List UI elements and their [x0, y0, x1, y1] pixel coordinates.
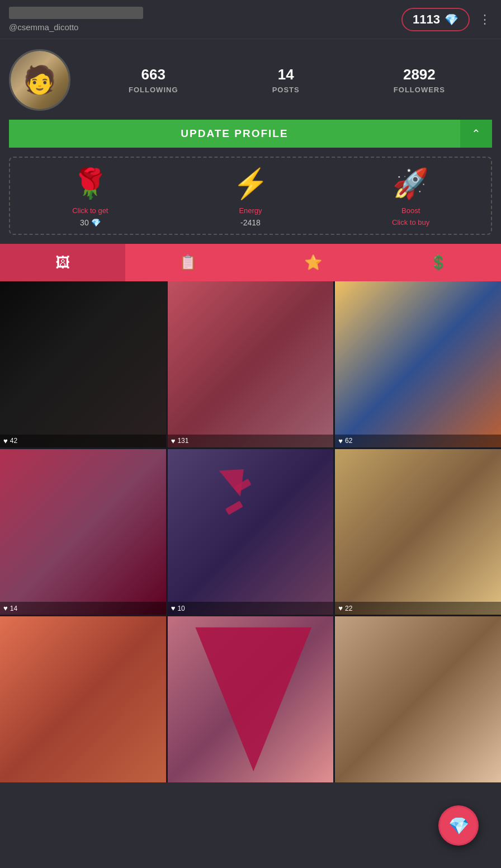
photo-cell[interactable]: ♥ 22	[335, 449, 501, 615]
energy-value: -2418	[240, 218, 261, 227]
photo-overlay: ♥ 131	[168, 435, 334, 447]
photo-cell[interactable]	[0, 616, 166, 782]
svg-rect-2	[225, 501, 243, 515]
update-profile-button[interactable]: UPDATE PROFILE	[9, 120, 460, 148]
svg-rect-1	[233, 478, 251, 493]
features-box: 🌹 Click to get 30 💎 ⚡ Energy -2418 🚀 Boo…	[9, 157, 492, 235]
photo-count: 10	[177, 605, 185, 612]
profile-section: 🧑 663 FOLLOWING 14 POSTS 2892 FOLLOWERS …	[0, 39, 501, 244]
followers-count: 2892	[403, 66, 436, 83]
heart-icon: ♥	[338, 437, 343, 445]
list-tab-icon: 📋	[179, 254, 197, 271]
tab-list[interactable]: 📋	[125, 244, 250, 281]
posts-count: 14	[278, 66, 294, 83]
photo-cell[interactable]: ♥ 62	[335, 281, 501, 447]
feature-boost[interactable]: 🚀 Boost Click to buy	[330, 167, 491, 227]
svg-marker-0	[219, 459, 254, 499]
bolt-icon: ⚡	[233, 167, 269, 201]
followers-label: FOLLOWERS	[394, 86, 445, 94]
photo-overlay: ♥ 14	[0, 602, 166, 615]
header: @csemma_dicotto 1113 💎 ⋮	[0, 0, 501, 39]
tab-photos[interactable]: 🖼	[0, 244, 125, 281]
stat-followers: 2892 FOLLOWERS	[394, 66, 445, 94]
photo-cell[interactable]: ♥ 14	[0, 449, 166, 615]
stat-following: 663 FOLLOWING	[129, 66, 178, 94]
header-right: 1113 💎 ⋮	[401, 8, 492, 31]
header-name-bar	[9, 7, 143, 19]
posts-label: POSTS	[272, 86, 300, 94]
feature-energy[interactable]: ⚡ Energy -2418	[171, 167, 331, 227]
photo-overlay: ♥ 42	[0, 435, 166, 447]
photo-count: 131	[177, 437, 188, 445]
boost-label: Boost	[401, 206, 420, 215]
tabs-row: 🖼 📋 ⭐ 💲	[0, 244, 501, 281]
fab-diamond-button[interactable]: 💎	[438, 805, 479, 846]
photo-count: 22	[345, 605, 352, 612]
boost-sub: Click to buy	[392, 218, 429, 227]
svg-marker-3	[195, 628, 311, 771]
following-count: 663	[141, 66, 166, 83]
photo-cell[interactable]: ♥ 131	[168, 281, 334, 447]
heart-icon: ♥	[3, 604, 8, 612]
photo-overlay: ♥ 10	[168, 602, 334, 615]
following-label: FOLLOWING	[129, 86, 178, 94]
photo-overlay: ♥ 62	[335, 435, 501, 447]
rocket-icon: 🚀	[393, 167, 429, 201]
heart-icon: ♥	[3, 437, 8, 445]
fab-diamond-icon: 💎	[448, 816, 469, 836]
photo-overlay: ♥ 22	[335, 602, 501, 615]
stat-posts: 14 POSTS	[272, 66, 300, 94]
photo-cell[interactable]	[335, 616, 501, 782]
heart-icon: ♥	[338, 604, 343, 612]
photo-cell[interactable]	[168, 616, 334, 782]
photos-grid: ♥ 42 ♥ 131 ♥ 62 ♥ 14 ♥ 10	[0, 281, 501, 782]
photo-cell[interactable]: ♥ 10	[168, 449, 334, 615]
photo-count: 14	[10, 605, 17, 612]
rose-value: 30 💎	[80, 218, 100, 227]
profile-top: 🧑 663 FOLLOWING 14 POSTS 2892 FOLLOWERS	[9, 49, 492, 111]
rose-label: Click to get	[72, 206, 108, 215]
diamond-badge[interactable]: 1113 💎	[401, 8, 470, 31]
stats-row: 663 FOLLOWING 14 POSTS 2892 FOLLOWERS	[82, 66, 492, 94]
diamond-icon: 💎	[445, 13, 459, 26]
heart-icon: ♥	[171, 604, 176, 612]
photo-count: 42	[10, 437, 17, 445]
energy-label: Energy	[239, 206, 262, 215]
photo-count: 62	[345, 437, 352, 445]
avatar-image: 🧑	[11, 51, 69, 109]
tab-favorites[interactable]: ⭐	[250, 244, 376, 281]
coin-tab-icon: 💲	[429, 254, 447, 271]
header-username: @csemma_dicotto	[9, 22, 143, 32]
rose-icon: 🌹	[72, 167, 108, 201]
heart-icon: ♥	[171, 437, 176, 445]
photo-cell[interactable]: ♥ 42	[0, 281, 166, 447]
more-menu-icon[interactable]: ⋮	[479, 12, 492, 27]
avatar[interactable]: 🧑	[9, 49, 70, 111]
update-profile-row: UPDATE PROFILE ⌃	[9, 120, 492, 148]
chevron-up-button[interactable]: ⌃	[460, 120, 492, 148]
feature-rose[interactable]: 🌹 Click to get 30 💎	[10, 167, 171, 227]
header-left: @csemma_dicotto	[9, 7, 143, 32]
diamond-count: 1113	[413, 12, 440, 27]
tab-coins[interactable]: 💲	[376, 244, 501, 281]
photos-tab-icon: 🖼	[55, 254, 70, 271]
star-tab-icon: ⭐	[304, 254, 322, 271]
